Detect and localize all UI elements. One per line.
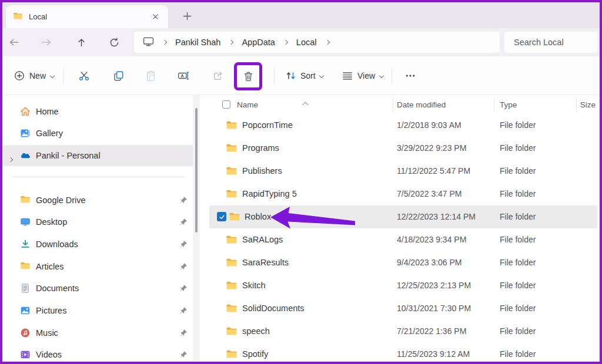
document-icon — [20, 283, 31, 294]
file-row[interactable]: SaRALogs 4/18/2023 9:34 PM File folder — [209, 228, 597, 251]
sidebar-item-downloads[interactable]: Downloads — [2, 234, 196, 255]
file-date: 4/18/2023 9:34 PM — [397, 228, 466, 251]
file-row[interactable]: Skitch 12/25/2023 2:13 PM File folder — [209, 274, 597, 297]
sidebar-item-label: Videos — [36, 344, 62, 364]
folder-icon — [226, 349, 238, 359]
file-date: 11/25/2023 9:12 AM — [397, 343, 470, 362]
file-name: PopcornTime — [242, 114, 293, 137]
back-button[interactable] — [6, 35, 22, 49]
file-explorer-window: Local Pankil Shah AppDa — [0, 0, 602, 364]
column-header-date[interactable]: Date modified — [397, 95, 446, 115]
chevron-down-icon — [379, 73, 384, 78]
column-divider[interactable] — [494, 98, 494, 112]
sidebar-item-gallery[interactable]: Gallery — [2, 123, 196, 144]
share-icon — [212, 70, 223, 82]
column-header-size[interactable]: Size — [565, 95, 596, 115]
file-name: Spotify — [242, 343, 268, 362]
sidebar-item-desktop[interactable]: Desktop — [2, 211, 196, 232]
file-row[interactable]: Programs 3/29/2022 9:23 PM File folder — [209, 137, 597, 160]
file-date: 11/12/2022 5:47 PM — [397, 160, 470, 183]
search-input[interactable] — [504, 32, 597, 53]
file-date: 1/2/2018 9:03 AM — [397, 114, 461, 137]
column-header-type[interactable]: Type — [500, 95, 517, 115]
sidebar-item-home[interactable]: Home — [2, 101, 196, 122]
file-row[interactable]: SolidDocuments 10/31/2021 7:30 PM File f… — [209, 297, 597, 320]
divider — [12, 177, 185, 177]
sidebar-item-google-drive[interactable]: Google Drive — [2, 190, 196, 211]
view-button[interactable]: View — [337, 64, 388, 87]
share-button[interactable] — [206, 64, 229, 87]
file-type: File folder — [500, 114, 536, 137]
file-date: 7/21/2022 1:36 PM — [397, 320, 466, 343]
pin-icon — [179, 196, 188, 204]
new-button[interactable]: New — [8, 64, 60, 87]
sidebar-item-label: Music — [36, 322, 58, 343]
breadcrumb-chevron-icon — [162, 40, 167, 45]
file-type: File folder — [500, 228, 536, 251]
file-row[interactable]: SaraResults 9/4/2023 3:06 PM File folder — [209, 251, 597, 274]
pin-icon — [179, 284, 188, 292]
new-tab-button[interactable] — [180, 9, 193, 22]
pictures-icon — [20, 305, 31, 316]
file-row[interactable]: speech 7/21/2022 1:36 PM File folder — [209, 320, 597, 343]
refresh-button[interactable] — [106, 35, 122, 49]
file-type: File folder — [500, 160, 536, 183]
folder-icon — [226, 143, 238, 153]
row-checkbox-checked[interactable] — [217, 212, 226, 221]
file-type: File folder — [500, 137, 536, 160]
sidebar-item-label: Documents — [36, 278, 79, 299]
folder-icon — [226, 189, 238, 198]
breadcrumb-item[interactable]: Local — [296, 38, 317, 47]
close-tab-icon[interactable] — [149, 11, 161, 23]
folder-icon — [20, 261, 31, 272]
sidebar-item-label: Pictures — [36, 300, 66, 321]
chevron-down-icon — [50, 73, 55, 78]
search-box[interactable] — [504, 32, 597, 53]
address-bar[interactable]: Pankil Shah AppData Local — [134, 32, 500, 53]
sidebar-item-documents[interactable]: Documents — [2, 278, 196, 299]
file-row[interactable]: RapidTyping 5 7/5/2022 3:47 PM File fold… — [209, 183, 597, 205]
sidebar-scrollbar-thumb[interactable] — [195, 108, 198, 232]
column-divider[interactable] — [393, 98, 393, 112]
trash-icon — [242, 70, 255, 83]
file-row[interactable]: Spotify 11/25/2023 9:12 AM File folder — [209, 343, 597, 362]
folder-icon — [226, 166, 238, 176]
tab-local[interactable]: Local — [6, 5, 168, 28]
pin-icon — [179, 329, 188, 337]
file-type: File folder — [500, 183, 536, 205]
divider — [274, 68, 275, 85]
sort-button[interactable]: Sort — [281, 64, 328, 87]
pin-icon — [179, 350, 188, 359]
sidebar-item-music[interactable]: Music — [2, 322, 196, 343]
file-row[interactable]: PopcornTime 1/2/2018 9:03 AM File folder — [209, 114, 597, 137]
sidebar-item-articles[interactable]: Articles — [2, 256, 196, 277]
forward-button[interactable] — [39, 35, 54, 49]
sidebar-item-label: Pankil - Personal — [36, 145, 101, 166]
file-name: SaraResults — [242, 251, 289, 274]
sidebar-item-onedrive-personal[interactable]: Pankil - Personal — [2, 145, 196, 166]
breadcrumb-item[interactable]: AppData — [242, 38, 275, 47]
file-row-selected[interactable]: Roblox 12/22/2023 12:14 PM File folder — [209, 205, 597, 228]
delete-button[interactable] — [242, 70, 255, 83]
copy-button[interactable] — [106, 64, 130, 87]
sidebar-item-videos[interactable]: Videos — [2, 344, 196, 364]
breadcrumb-item[interactable]: Pankil Shah — [175, 38, 220, 47]
sidebar-item-pictures[interactable]: Pictures — [2, 300, 196, 321]
view-button-label: View — [357, 71, 375, 80]
scissors-icon — [78, 70, 90, 82]
navigation-bar: Pankil Shah AppData Local — [2, 28, 600, 56]
file-type: File folder — [500, 343, 536, 362]
gallery-icon — [20, 128, 31, 139]
select-all-checkbox[interactable] — [222, 100, 230, 109]
file-row[interactable]: Publishers 11/12/2022 5:47 PM File folde… — [209, 160, 597, 183]
paste-button[interactable] — [139, 64, 162, 87]
ellipsis-icon — [405, 70, 416, 81]
file-name: RapidTyping 5 — [242, 183, 297, 205]
expand-chevron-icon[interactable] — [9, 153, 12, 164]
more-options-button[interactable] — [399, 64, 422, 87]
folder-icon — [229, 212, 240, 221]
rename-button[interactable] — [172, 64, 195, 87]
up-button[interactable] — [73, 35, 89, 49]
cut-button[interactable] — [72, 64, 96, 87]
column-header-name[interactable]: Name — [237, 95, 258, 115]
